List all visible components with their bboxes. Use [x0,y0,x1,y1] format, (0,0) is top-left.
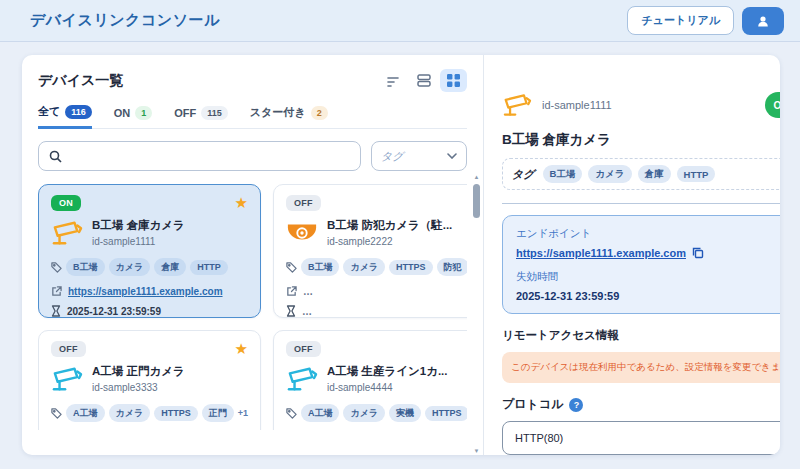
search-icon [49,150,62,163]
copy-icon[interactable] [692,247,704,259]
detail-device-id: id-sample1111 [542,99,612,111]
device-list-scrollbar[interactable]: ▲ ▼ [472,173,481,455]
app-title: デバイスリンクコンソール [30,11,220,30]
tag-pill[interactable]: HTTPS [425,406,467,421]
tag-pill[interactable]: HTTPS [154,406,198,421]
tag-pill[interactable]: A工場 [301,404,340,422]
tag-pill[interactable]: カメラ [109,258,151,276]
device-card-sample3333[interactable]: OFF ★ A工場 正門カメラ id-sample3333 [38,330,261,430]
tag-pill[interactable]: カメラ [588,165,631,183]
tag-filter-placeholder: タグ [381,149,404,164]
protocol-selected-value: HTTP(80) [515,432,563,444]
tutorial-button[interactable]: チュートリアル [627,6,734,35]
device-detail-panel: ★ × id-sample1111 ON B工場 倉庫カメラ タグ B工場 カメ… [484,55,780,455]
search-box[interactable] [38,141,361,171]
cctv-camera-icon [51,219,83,247]
device-id: id-sample1111 [92,236,185,247]
power-toggle-label: ON [774,100,780,111]
tab-on[interactable]: ON 1 [114,104,153,128]
tab-on-label: ON [114,107,131,119]
expiry-value: 2025-12-31 23:59:59 [516,290,780,302]
sort-toggle-button[interactable] [380,69,407,92]
tag-pill[interactable]: B工場 [66,258,105,276]
tab-starred[interactable]: スター付き 2 [250,104,328,128]
endpoint-url-link[interactable]: https://sample1111.example.com [516,247,686,259]
device-list-title: デバイス一覧 [38,72,123,90]
device-id: id-sample2222 [327,236,452,247]
tag-pill[interactable]: B工場 [301,258,340,276]
view-toggles [380,69,467,92]
protocol-label: プロトコル [502,396,563,413]
detail-device-name: B工場 倉庫カメラ [502,131,780,149]
app-header: デバイスリンクコンソール チュートリアル [0,0,800,42]
header-actions: チュートリアル [627,6,784,35]
scrollbar-down-arrow[interactable]: ▼ [474,447,480,455]
device-expiry-hidden: … [302,306,313,317]
list-view-button[interactable] [410,69,437,92]
list-view-icon [417,74,431,87]
grid-view-button[interactable] [440,69,467,92]
tab-off-count: 115 [201,106,228,120]
scrollbar-thumb[interactable] [473,184,480,218]
tag-pill[interactable]: HTTP [677,166,716,182]
remote-access-heading: リモートアクセス情報 [502,328,780,343]
section-divider [502,203,780,204]
device-name: B工場 防犯カメラ（駐... [327,218,452,233]
tab-all-label: 全て [38,104,60,119]
cctv-camera-icon [51,365,83,393]
chevron-down-icon [447,153,457,159]
hourglass-icon [286,305,296,317]
tag-pill[interactable]: 正門 [202,404,234,422]
endpoint-label: エンドポイント [516,227,780,241]
status-badge: OFF [286,195,321,211]
expiry-label: 失効時間 [516,270,780,284]
user-icon [756,14,770,28]
star-toggle[interactable]: ★ [234,195,247,210]
tab-all[interactable]: 全て 116 [38,104,92,129]
user-account-button[interactable] [742,7,784,35]
status-badge: OFF [51,341,86,357]
tag-pill[interactable]: 倉庫 [638,165,671,183]
device-id: id-sample3333 [92,382,185,393]
tag-icon [51,262,62,273]
external-link-icon [51,286,62,297]
tag-icon [286,408,297,419]
tag-icon [286,262,297,273]
device-url-link[interactable]: https://sample1111.example.com [68,286,223,297]
device-card-sample2222[interactable]: OFF ☆ B工場 防犯カメラ（駐... id-sample2222 [273,184,467,318]
tag-pill[interactable]: カメラ [343,258,385,276]
device-card-sample4444[interactable]: OFF ☆ A工場 生産ライン1カ... id-sample4444 [273,330,467,430]
cctv-camera-icon [502,92,532,118]
cctv-camera-icon [286,365,318,393]
star-toggle[interactable]: ★ [234,341,247,356]
tag-pill[interactable]: A工場 [66,404,105,422]
more-tags-indicator[interactable]: +1 [238,408,248,418]
tag-pill[interactable]: カメラ [343,404,385,422]
device-name: B工場 倉庫カメラ [92,218,185,233]
tag-pill[interactable]: HTTP [190,260,228,275]
grid-view-icon [447,74,460,87]
device-url-hidden: … [303,286,314,297]
tag-pill[interactable]: HTTPS [389,260,433,275]
device-card-sample1111[interactable]: ON ★ B工場 倉庫カメラ id-sample1111 [38,184,261,318]
protocol-select[interactable]: HTTP(80) [502,421,780,455]
tab-starred-count: 2 [311,106,328,120]
help-icon[interactable]: ? [569,398,583,412]
tag-pill[interactable]: 実機 [389,404,421,422]
tag-filter-select[interactable]: タグ [371,141,467,171]
tag-pill[interactable]: 倉庫 [154,258,186,276]
search-input[interactable] [68,150,350,162]
tag-pill[interactable]: B工場 [543,165,583,183]
external-link-icon [286,286,297,297]
tags-label: タグ [512,167,535,182]
hourglass-icon [51,305,61,317]
scrollbar-up-arrow[interactable]: ▲ [474,173,480,181]
power-toggle[interactable]: ON [765,92,780,118]
tab-off[interactable]: OFF 115 [174,104,228,128]
main-panel: デバイス一覧 [22,55,780,455]
tab-starred-label: スター付き [250,105,306,120]
tag-pill[interactable]: 防犯 [437,258,467,276]
device-cards-grid: ON ★ B工場 倉庫カメラ id-sample1111 [38,184,467,430]
device-id: id-sample4444 [327,382,448,393]
tag-pill[interactable]: カメラ [109,404,151,422]
